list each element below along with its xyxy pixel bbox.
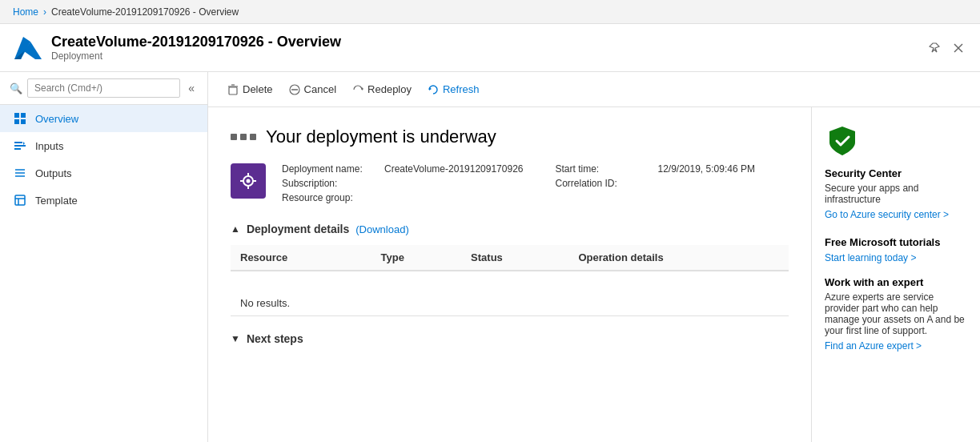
redeploy-button[interactable]: Redeploy [346,80,418,98]
collapse-button[interactable]: « [185,80,198,96]
info-row-starttime: Start time: 12/9/2019, 5:09:46 PM [555,163,754,175]
sidebar: 🔍 « Overview [0,72,208,442]
main-layout: 🔍 « Overview [0,72,980,442]
breadcrumb-current: CreateVolume-20191209170926 - Overview [51,6,239,18]
info-row-name: Deployment name: CreateVolume-2019120917… [282,163,523,175]
page-title: CreateVolume-20191209170926 - Overview [51,34,967,50]
details-chevron-icon: ▲ [231,223,240,235]
name-label: Deployment name: [282,163,378,175]
svg-rect-8 [21,119,26,124]
pin-button[interactable] [926,39,943,57]
svg-rect-11 [14,148,21,150]
refresh-icon [428,84,439,95]
security-description: Secure your apps and infrastructure [825,183,967,205]
refresh-label: Refresh [443,83,480,95]
tutorials-title: Free Microsoft tutorials [825,236,967,248]
svg-rect-9 [14,142,22,143]
main-panel: Your deployment is underway [208,107,812,442]
azure-logo-icon [13,34,42,62]
deployment-status-title: Your deployment is underway [266,127,496,147]
deployment-icon [231,163,266,199]
details-table: Resource Type Status Operation details [231,245,789,271]
delete-button[interactable]: Delete [221,80,279,98]
refresh-button[interactable]: Refresh [421,80,486,98]
redeploy-icon [352,84,363,95]
outputs-icon [13,166,27,180]
next-steps-header[interactable]: ▼ Next steps [231,332,789,345]
sidebar-item-overview-label: Overview [35,113,78,125]
search-bar: 🔍 « [0,72,207,105]
download-link[interactable]: (Download) [355,223,408,235]
inputs-icon [13,139,27,153]
expert-title: Work with an expert [825,276,967,288]
redeploy-label: Redeploy [368,83,412,95]
security-shield-icon [825,123,860,159]
delete-label: Delete [243,83,273,95]
correlation-id-label: Correlation ID: [555,178,651,189]
cancel-label: Cancel [304,83,336,95]
svg-rect-16 [15,195,25,205]
sidebar-item-template-label: Template [35,195,78,207]
deployment-details-header[interactable]: ▲ Deployment details (Download) [231,223,789,235]
info-row-subscription: Subscription: [282,178,523,189]
col-operation: Operation details [568,245,789,271]
info-section-right: Start time: 12/9/2019, 5:09:46 PM Correl… [555,163,754,203]
expert-section: Work with an expert Azure experts are se… [825,276,967,352]
sidebar-item-overview[interactable]: Overview [0,105,207,132]
content-area: Delete Cancel Redeploy [208,72,980,442]
sidebar-item-template[interactable]: Template [0,187,207,214]
details-section-title: Deployment details [247,223,349,235]
search-input[interactable] [27,78,180,98]
security-center-card: Security Center Secure your apps and inf… [825,123,967,220]
close-button[interactable] [950,39,967,57]
deployment-info: Deployment name: CreateVolume-2019120917… [231,163,789,203]
no-results-text: No results. [231,291,789,316]
breadcrumb: Home › CreateVolume-20191209170926 - Ove… [0,0,980,24]
col-resource: Resource [231,245,372,271]
cancel-icon [289,84,300,95]
status-icon-group [231,134,256,140]
pin-icon [929,42,940,54]
tutorials-link[interactable]: Start learning today > [825,252,916,263]
toolbar: Delete Cancel Redeploy [208,72,980,107]
svg-marker-12 [23,142,25,145]
expert-link[interactable]: Find an Azure expert > [825,340,922,352]
breadcrumb-separator: › [43,6,46,18]
status-dot-3 [250,134,256,140]
tutorials-section: Free Microsoft tutorials Start learning … [825,236,967,263]
cancel-button[interactable]: Cancel [283,80,343,98]
close-icon [953,42,964,54]
content-wrapper: Delete Cancel Redeploy [208,72,980,442]
security-center-link[interactable]: Go to Azure security center > [825,209,949,220]
deployment-header: Your deployment is underway [231,127,789,147]
template-icon [13,193,27,207]
deployment-icon-info: Deployment name: CreateVolume-2019120917… [231,163,523,203]
status-dot-2 [240,134,247,140]
sidebar-item-inputs[interactable]: Inputs [0,132,207,159]
expert-description: Azure experts are service provider part … [825,291,967,336]
breadcrumb-home[interactable]: Home [13,6,38,18]
delete-icon [227,84,239,95]
right-panel: Security Center Secure your apps and inf… [812,107,980,442]
status-dot-1 [231,134,237,140]
svg-rect-19 [229,87,237,94]
svg-rect-5 [14,113,19,118]
svg-rect-7 [14,119,19,124]
sidebar-item-outputs[interactable]: Outputs [0,159,207,187]
page-subtitle: Deployment [51,50,967,62]
info-section-left: Deployment name: CreateVolume-2019120917… [282,163,523,203]
search-icon: 🔍 [10,82,22,94]
info-row-resourcegroup: Resource group: [282,192,523,203]
security-title: Security Center [825,167,967,179]
svg-rect-6 [21,113,26,118]
page-header: CreateVolume-20191209170926 - Overview D… [0,24,980,72]
col-status: Status [461,245,568,271]
svg-point-27 [247,179,251,183]
svg-rect-10 [14,145,26,147]
svg-marker-24 [362,87,363,90]
resource-group-label: Resource group: [282,192,378,203]
next-steps-chevron-icon: ▼ [231,333,240,344]
subscription-label: Subscription: [282,178,378,189]
sidebar-item-outputs-label: Outputs [35,167,72,179]
next-steps-section: ▼ Next steps [231,332,789,345]
